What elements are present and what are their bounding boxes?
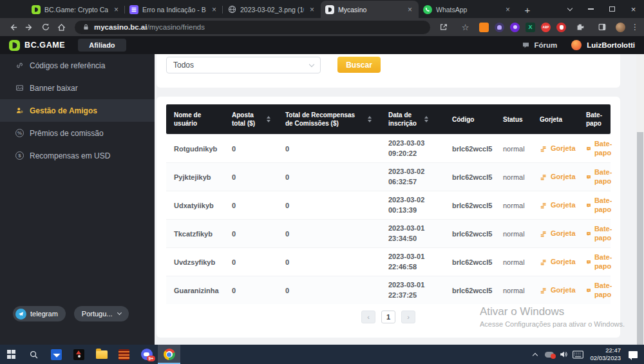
purple-extension-icon[interactable]: [510, 23, 520, 32]
maximize-button[interactable]: [601, 0, 623, 18]
excel-extension-icon[interactable]: X: [526, 23, 535, 32]
tab-whatsapp[interactable]: WhatsApp ×: [419, 1, 516, 18]
tab-close-icon[interactable]: ×: [112, 5, 120, 14]
row-commissions: 0: [285, 258, 388, 266]
row-signup-date: 2023-03-02 00:13:39: [388, 195, 452, 216]
row-username: Uvdzsyfikyb: [174, 258, 232, 266]
adblock-plus-icon[interactable]: ABP: [541, 23, 551, 32]
tip-button[interactable]: Gorjeta: [540, 229, 586, 238]
chat-bubble-icon: [586, 145, 591, 153]
sort-icon[interactable]: [267, 116, 270, 122]
forward-icon[interactable]: [21, 20, 37, 34]
col-signup-date[interactable]: Data de inscrição: [388, 111, 452, 128]
row-username: Tkcatzfikyb: [174, 230, 232, 238]
search-button[interactable]: Buscar: [337, 57, 381, 73]
taskbar-clock[interactable]: 22:47 02/03/2023: [585, 347, 626, 362]
taskbar-search-button[interactable]: [23, 345, 45, 364]
sidebar-item-gestao-amigos[interactable]: Gestão de Amigos: [0, 99, 155, 122]
amd-software-button[interactable]: [45, 345, 68, 364]
back-icon[interactable]: [5, 20, 21, 34]
tab-erro-indicacao[interactable]: Erro na Indicação - BC.Game ×: [125, 1, 223, 18]
url-path: /mycasino/friends: [147, 23, 204, 31]
minimize-button[interactable]: [580, 0, 601, 18]
onedrive-error-icon[interactable]: [542, 345, 556, 364]
tab-bcgame-casino[interactable]: BC.Game: Crypto Casino Gan ×: [27, 1, 125, 18]
sidebar-item-premios-comissao[interactable]: % Prêmios de comissão: [0, 122, 155, 144]
game-app-button[interactable]: [68, 345, 90, 364]
forum-link[interactable]: Fórum: [522, 41, 557, 49]
bcgame-logo[interactable]: BC.GAME: [9, 40, 65, 51]
tab-close-icon[interactable]: ×: [406, 5, 414, 14]
profile-avatar[interactable]: [616, 23, 625, 32]
tab-search-chevron-icon[interactable]: [559, 0, 580, 18]
reload-icon[interactable]: [37, 20, 53, 34]
row-commissions: 0: [285, 287, 388, 294]
dollar-icon: $: [15, 151, 24, 160]
afiliado-tab[interactable]: Afiliado: [78, 39, 126, 52]
start-button[interactable]: [0, 345, 23, 364]
scrollbar-thumb[interactable]: [637, 132, 643, 345]
chat-button[interactable]: Bate-papo: [586, 196, 616, 215]
row-status: normal: [503, 287, 540, 294]
share-icon[interactable]: [435, 20, 451, 34]
side-panel-icon[interactable]: [594, 20, 610, 34]
telegram-button[interactable]: telegram: [13, 306, 66, 321]
action-center-icon[interactable]: [629, 351, 638, 358]
sidebar-item-recompensas-usd[interactable]: $ Recompensas em USD: [0, 144, 155, 167]
row-commissions: 0: [285, 145, 388, 153]
filter-select[interactable]: Todos: [166, 57, 321, 73]
tip-button[interactable]: Gorjeta: [540, 144, 586, 153]
sort-icon[interactable]: [368, 116, 372, 122]
toolbar-extensions: ☆ X ABP ⋮: [435, 20, 639, 34]
tab-mycasino-active[interactable]: Mycasino ×: [321, 1, 419, 18]
orange-app-button[interactable]: [113, 345, 135, 364]
col-username: Nome de usuário: [174, 111, 232, 128]
chat-button[interactable]: Bate-papo: [586, 225, 616, 243]
taskbar-apps: 9+: [0, 345, 180, 364]
tip-button[interactable]: Gorjeta: [540, 173, 586, 182]
chat-button[interactable]: Bate-papo: [586, 168, 616, 186]
address-bar[interactable]: mycasino.bc.ai /mycasino/friends: [75, 21, 430, 34]
chat-button[interactable]: Bate-papo: [586, 282, 616, 300]
bookmark-star-icon[interactable]: ☆: [457, 20, 473, 34]
close-window-button[interactable]: ×: [623, 0, 644, 18]
banner-image-icon: [15, 84, 24, 92]
tab-png-image[interactable]: 2023-03-02_3.png (1024×76 ×: [223, 1, 321, 18]
tab-close-icon[interactable]: ×: [308, 5, 316, 14]
tip-button[interactable]: Gorjeta: [540, 286, 586, 295]
table-row: Rotgudnikyb 0 0 2023-03-03 09:20:22 brlc…: [166, 134, 611, 162]
phantom-wallet-icon[interactable]: [495, 23, 504, 32]
tab-close-icon[interactable]: ×: [210, 5, 218, 14]
metamask-icon[interactable]: [479, 23, 489, 32]
sidebar-item-banner-baixar[interactable]: Banner baixar: [0, 77, 155, 99]
screen: BC.Game: Crypto Casino Gan × Erro na Ind…: [0, 0, 644, 364]
language-selector[interactable]: Portugu...: [74, 306, 129, 321]
extensions-puzzle-icon[interactable]: [572, 20, 588, 34]
chat-button[interactable]: Bate-papo: [586, 253, 616, 271]
chrome-button[interactable]: [158, 345, 180, 364]
col-bet-total[interactable]: Aposta total ($): [232, 111, 285, 128]
sidebar-item-codigos-referencia[interactable]: Códigos de referência: [0, 54, 155, 77]
col-commissions[interactable]: Total de Recompensas de Comissões ($): [285, 111, 388, 128]
speaker-icon[interactable]: [556, 345, 571, 364]
home-icon[interactable]: [53, 20, 70, 34]
page-scrollbar[interactable]: [636, 54, 644, 345]
user-avatar[interactable]: [571, 40, 582, 50]
browser-menu-icon[interactable]: ⋮: [631, 23, 639, 32]
new-tab-button[interactable]: +: [519, 1, 536, 18]
sort-icon[interactable]: [424, 116, 428, 122]
chat-button[interactable]: Bate-papo: [586, 140, 616, 158]
next-page-button[interactable]: ›: [401, 311, 415, 323]
current-page[interactable]: 1: [381, 311, 395, 323]
row-code: brlc62wccl5: [452, 145, 503, 153]
tab-close-icon[interactable]: ×: [504, 5, 512, 14]
keyboard-icon[interactable]: [571, 345, 585, 364]
tip-button[interactable]: Gorjeta: [540, 258, 586, 267]
prev-page-button[interactable]: ‹: [361, 311, 375, 323]
tip-button[interactable]: Gorjeta: [540, 201, 586, 210]
discord-button[interactable]: 9+: [135, 345, 158, 364]
blocker-hand-icon[interactable]: [556, 23, 566, 32]
user-name[interactable]: LuizBortolotti: [587, 41, 635, 49]
file-explorer-button[interactable]: [90, 345, 113, 364]
tray-chevron-up-icon[interactable]: [528, 345, 542, 364]
